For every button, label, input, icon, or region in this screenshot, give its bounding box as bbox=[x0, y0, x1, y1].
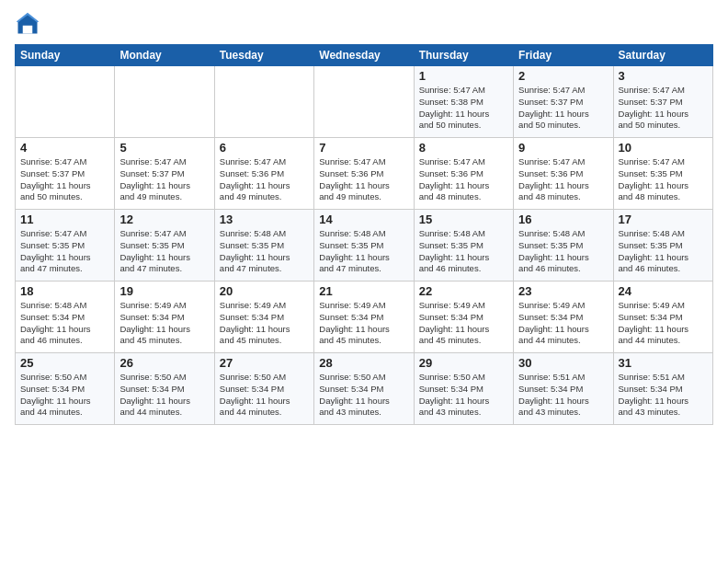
day-number: 14 bbox=[319, 213, 408, 226]
day-number: 28 bbox=[319, 356, 408, 370]
svg-rect-2 bbox=[23, 26, 33, 34]
day-number: 26 bbox=[119, 356, 209, 370]
day-info: Sunrise: 5:47 AMSunset: 5:36 PMDaylight:… bbox=[319, 156, 408, 203]
day-number: 2 bbox=[518, 69, 608, 83]
day-number: 12 bbox=[119, 213, 209, 226]
day-info: Sunrise: 5:51 AMSunset: 5:34 PMDaylight:… bbox=[619, 372, 708, 419]
day-info: Sunrise: 5:47 AMSunset: 5:37 PMDaylight:… bbox=[20, 156, 109, 203]
day-cell: 25Sunrise: 5:50 AMSunset: 5:34 PMDayligh… bbox=[16, 353, 115, 425]
day-info: Sunrise: 5:48 AMSunset: 5:35 PMDaylight:… bbox=[220, 228, 309, 275]
day-info: Sunrise: 5:48 AMSunset: 5:35 PMDaylight:… bbox=[619, 228, 708, 275]
logo bbox=[15, 11, 44, 37]
day-cell: 8Sunrise: 5:47 AMSunset: 5:36 PMDaylight… bbox=[414, 138, 513, 210]
day-cell: 17Sunrise: 5:48 AMSunset: 5:35 PMDayligh… bbox=[613, 210, 712, 282]
day-number: 6 bbox=[220, 141, 309, 155]
header bbox=[15, 11, 713, 37]
day-cell: 21Sunrise: 5:49 AMSunset: 5:34 PMDayligh… bbox=[314, 282, 414, 353]
day-cell: 1Sunrise: 5:47 AMSunset: 5:38 PMDaylight… bbox=[414, 66, 513, 138]
day-cell: 3Sunrise: 5:47 AMSunset: 5:37 PMDaylight… bbox=[613, 66, 712, 138]
day-number: 13 bbox=[220, 213, 309, 226]
weekday-header-wednesday: Wednesday bbox=[314, 45, 414, 66]
day-info: Sunrise: 5:49 AMSunset: 5:34 PMDaylight:… bbox=[518, 300, 608, 347]
day-number: 30 bbox=[518, 356, 608, 370]
day-info: Sunrise: 5:47 AMSunset: 5:36 PMDaylight:… bbox=[220, 156, 309, 203]
day-number: 1 bbox=[419, 69, 508, 83]
day-info: Sunrise: 5:49 AMSunset: 5:34 PMDaylight:… bbox=[419, 300, 508, 347]
day-info: Sunrise: 5:47 AMSunset: 5:35 PMDaylight:… bbox=[119, 228, 209, 275]
day-number: 18 bbox=[20, 284, 109, 298]
day-number: 5 bbox=[119, 141, 209, 155]
weekday-header-monday: Monday bbox=[115, 45, 214, 66]
day-info: Sunrise: 5:47 AMSunset: 5:37 PMDaylight:… bbox=[619, 85, 708, 132]
day-number: 27 bbox=[220, 356, 309, 370]
day-cell: 7Sunrise: 5:47 AMSunset: 5:36 PMDaylight… bbox=[314, 138, 414, 210]
day-info: Sunrise: 5:50 AMSunset: 5:34 PMDaylight:… bbox=[220, 372, 309, 419]
day-info: Sunrise: 5:49 AMSunset: 5:34 PMDaylight:… bbox=[619, 300, 708, 347]
day-number: 7 bbox=[319, 141, 408, 155]
day-number: 19 bbox=[119, 284, 209, 298]
week-row-1: 1Sunrise: 5:47 AMSunset: 5:38 PMDaylight… bbox=[16, 66, 713, 138]
day-info: Sunrise: 5:47 AMSunset: 5:38 PMDaylight:… bbox=[419, 85, 508, 132]
weekday-header-friday: Friday bbox=[514, 45, 613, 66]
day-cell: 9Sunrise: 5:47 AMSunset: 5:36 PMDaylight… bbox=[514, 138, 613, 210]
week-row-5: 25Sunrise: 5:50 AMSunset: 5:34 PMDayligh… bbox=[16, 353, 713, 425]
day-number: 29 bbox=[419, 356, 508, 370]
logo-icon bbox=[15, 11, 40, 37]
day-cell: 30Sunrise: 5:51 AMSunset: 5:34 PMDayligh… bbox=[514, 353, 613, 425]
weekday-header-saturday: Saturday bbox=[613, 45, 712, 66]
day-info: Sunrise: 5:49 AMSunset: 5:34 PMDaylight:… bbox=[220, 300, 309, 347]
day-cell: 2Sunrise: 5:47 AMSunset: 5:37 PMDaylight… bbox=[514, 66, 613, 138]
week-row-2: 4Sunrise: 5:47 AMSunset: 5:37 PMDaylight… bbox=[16, 138, 713, 210]
day-number: 15 bbox=[419, 213, 508, 226]
day-cell: 27Sunrise: 5:50 AMSunset: 5:34 PMDayligh… bbox=[214, 353, 313, 425]
day-info: Sunrise: 5:50 AMSunset: 5:34 PMDaylight:… bbox=[20, 372, 109, 419]
day-info: Sunrise: 5:50 AMSunset: 5:34 PMDaylight:… bbox=[119, 372, 209, 419]
calendar-page: SundayMondayTuesdayWednesdayThursdayFrid… bbox=[0, 0, 728, 563]
day-info: Sunrise: 5:49 AMSunset: 5:34 PMDaylight:… bbox=[119, 300, 209, 347]
day-info: Sunrise: 5:47 AMSunset: 5:37 PMDaylight:… bbox=[518, 85, 608, 132]
day-number: 22 bbox=[419, 284, 508, 298]
day-info: Sunrise: 5:47 AMSunset: 5:37 PMDaylight:… bbox=[119, 156, 209, 203]
day-cell: 15Sunrise: 5:48 AMSunset: 5:35 PMDayligh… bbox=[414, 210, 513, 282]
day-cell: 14Sunrise: 5:48 AMSunset: 5:35 PMDayligh… bbox=[314, 210, 414, 282]
day-info: Sunrise: 5:47 AMSunset: 5:36 PMDaylight:… bbox=[518, 156, 608, 203]
day-number: 9 bbox=[518, 141, 608, 155]
day-info: Sunrise: 5:48 AMSunset: 5:35 PMDaylight:… bbox=[419, 228, 508, 275]
day-info: Sunrise: 5:51 AMSunset: 5:34 PMDaylight:… bbox=[518, 372, 608, 419]
day-cell: 22Sunrise: 5:49 AMSunset: 5:34 PMDayligh… bbox=[414, 282, 513, 353]
day-cell: 16Sunrise: 5:48 AMSunset: 5:35 PMDayligh… bbox=[514, 210, 613, 282]
day-number: 24 bbox=[619, 284, 708, 298]
day-cell bbox=[214, 66, 313, 138]
day-number: 23 bbox=[518, 284, 608, 298]
day-cell: 28Sunrise: 5:50 AMSunset: 5:34 PMDayligh… bbox=[314, 353, 414, 425]
day-info: Sunrise: 5:47 AMSunset: 5:35 PMDaylight:… bbox=[619, 156, 708, 203]
day-number: 20 bbox=[220, 284, 309, 298]
day-cell: 5Sunrise: 5:47 AMSunset: 5:37 PMDaylight… bbox=[115, 138, 214, 210]
day-cell: 18Sunrise: 5:48 AMSunset: 5:34 PMDayligh… bbox=[16, 282, 115, 353]
day-cell: 31Sunrise: 5:51 AMSunset: 5:34 PMDayligh… bbox=[613, 353, 712, 425]
day-cell: 4Sunrise: 5:47 AMSunset: 5:37 PMDaylight… bbox=[16, 138, 115, 210]
weekday-header-thursday: Thursday bbox=[414, 45, 513, 66]
day-info: Sunrise: 5:50 AMSunset: 5:34 PMDaylight:… bbox=[419, 372, 508, 419]
day-info: Sunrise: 5:47 AMSunset: 5:35 PMDaylight:… bbox=[20, 228, 109, 275]
day-number: 4 bbox=[20, 141, 109, 155]
day-info: Sunrise: 5:48 AMSunset: 5:34 PMDaylight:… bbox=[20, 300, 109, 347]
day-cell: 11Sunrise: 5:47 AMSunset: 5:35 PMDayligh… bbox=[16, 210, 115, 282]
day-number: 16 bbox=[518, 213, 608, 226]
day-info: Sunrise: 5:48 AMSunset: 5:35 PMDaylight:… bbox=[518, 228, 608, 275]
day-cell: 20Sunrise: 5:49 AMSunset: 5:34 PMDayligh… bbox=[214, 282, 313, 353]
week-row-4: 18Sunrise: 5:48 AMSunset: 5:34 PMDayligh… bbox=[16, 282, 713, 353]
day-cell: 12Sunrise: 5:47 AMSunset: 5:35 PMDayligh… bbox=[115, 210, 214, 282]
day-cell: 13Sunrise: 5:48 AMSunset: 5:35 PMDayligh… bbox=[214, 210, 313, 282]
day-info: Sunrise: 5:50 AMSunset: 5:34 PMDaylight:… bbox=[319, 372, 408, 419]
calendar-table: SundayMondayTuesdayWednesdayThursdayFrid… bbox=[15, 44, 713, 425]
day-cell bbox=[115, 66, 214, 138]
day-number: 8 bbox=[419, 141, 508, 155]
day-info: Sunrise: 5:48 AMSunset: 5:35 PMDaylight:… bbox=[319, 228, 408, 275]
day-cell bbox=[314, 66, 414, 138]
day-cell: 26Sunrise: 5:50 AMSunset: 5:34 PMDayligh… bbox=[115, 353, 214, 425]
day-cell: 29Sunrise: 5:50 AMSunset: 5:34 PMDayligh… bbox=[414, 353, 513, 425]
day-cell: 19Sunrise: 5:49 AMSunset: 5:34 PMDayligh… bbox=[115, 282, 214, 353]
day-number: 11 bbox=[20, 213, 109, 226]
day-cell: 6Sunrise: 5:47 AMSunset: 5:36 PMDaylight… bbox=[214, 138, 313, 210]
